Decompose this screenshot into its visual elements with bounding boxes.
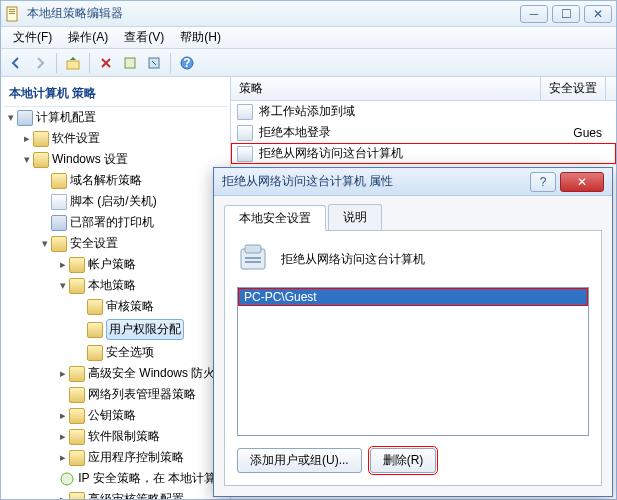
up-button[interactable] — [62, 52, 84, 74]
user-item[interactable]: PC-PC\Guest — [238, 288, 588, 306]
users-listbox[interactable]: PC-PC\Guest — [237, 287, 589, 436]
tree-software-restriction[interactable]: ▸软件限制策略 — [3, 426, 228, 447]
tree-domain[interactable]: 域名解析策略 — [3, 170, 228, 191]
tree-app-control[interactable]: ▸应用程序控制策略 — [3, 447, 228, 468]
dialog-titlebar: 拒绝从网络访问这台计算机 属性 ? ✕ — [214, 168, 612, 196]
svg-rect-2 — [9, 11, 15, 12]
forward-button[interactable] — [29, 52, 51, 74]
tree-advanced-firewall[interactable]: ▸高级安全 Windows 防火墙 — [3, 363, 228, 384]
tree-software[interactable]: ▸软件设置 — [3, 128, 228, 149]
tree-network-list[interactable]: 网络列表管理器策略 — [3, 384, 228, 405]
tree-local-policies[interactable]: ▾本地策略 — [3, 275, 228, 296]
help-icon[interactable]: ? — [176, 52, 198, 74]
tree: ▾计算机配置 ▸软件设置 ▾Windows 设置 域名解析策略 脚本 (启动/关… — [3, 107, 228, 499]
tab-content: 拒绝从网络访问这台计算机 PC-PC\Guest 添加用户或组(U)... 删除… — [224, 230, 602, 486]
tree-ipsec[interactable]: IP 安全策略，在 本地计算机 — [3, 468, 228, 489]
dialog-close-button[interactable]: ✕ — [560, 172, 604, 192]
tree-security-options[interactable]: 安全选项 — [3, 342, 228, 363]
policy-icon — [237, 243, 269, 275]
list-header: 策略 安全设置 — [231, 77, 616, 101]
dialog-help-button[interactable]: ? — [530, 172, 556, 192]
svg-rect-5 — [125, 58, 135, 68]
add-user-button[interactable]: 添加用户或组(U)... — [237, 448, 362, 473]
app-icon — [5, 6, 21, 22]
tree-audit[interactable]: 审核策略 — [3, 296, 228, 317]
menubar: 文件(F) 操作(A) 查看(V) 帮助(H) — [1, 27, 616, 49]
tree-security[interactable]: ▾安全设置 — [3, 233, 228, 254]
sidebar: 本地计算机 策略 ▾计算机配置 ▸软件设置 ▾Windows 设置 域名解析策略… — [1, 77, 231, 499]
col-security-setting[interactable]: 安全设置 — [541, 77, 606, 100]
svg-rect-14 — [245, 245, 261, 253]
tree-scripts[interactable]: 脚本 (启动/关机) — [3, 191, 228, 212]
tree-windows-settings[interactable]: ▾Windows 设置 — [3, 149, 228, 170]
policy-name: 拒绝从网络访问这台计算机 — [281, 251, 425, 268]
menu-file[interactable]: 文件(F) — [5, 27, 60, 48]
tree-computer-config[interactable]: ▾计算机配置 — [3, 107, 228, 128]
col-policy[interactable]: 策略 — [231, 77, 541, 100]
svg-rect-15 — [245, 257, 261, 259]
tab-explain[interactable]: 说明 — [328, 204, 382, 230]
toolbar: ? — [1, 49, 616, 77]
svg-text:?: ? — [183, 56, 190, 70]
back-button[interactable] — [5, 52, 27, 74]
tree-advanced-audit[interactable]: ▸高级审核策略配置 — [3, 489, 228, 499]
remove-button[interactable]: 删除(R) — [370, 448, 437, 473]
tab-local-security[interactable]: 本地安全设置 — [224, 205, 326, 231]
sidebar-header: 本地计算机 策略 — [3, 81, 228, 107]
properties-dialog: 拒绝从网络访问这台计算机 属性 ? ✕ 本地安全设置 说明 拒绝从网络访问这台计… — [213, 167, 613, 497]
close-button[interactable]: ✕ — [584, 5, 612, 23]
svg-rect-16 — [245, 261, 261, 263]
menu-action[interactable]: 操作(A) — [60, 27, 116, 48]
svg-rect-1 — [9, 9, 15, 10]
svg-rect-4 — [67, 61, 79, 69]
tree-printers[interactable]: 已部署的打印机 — [3, 212, 228, 233]
window-title: 本地组策略编辑器 — [27, 5, 520, 22]
maximize-button[interactable]: ☐ — [552, 5, 580, 23]
list-item[interactable]: 拒绝从网络访问这台计算机 — [231, 143, 616, 164]
minimize-button[interactable]: ─ — [520, 5, 548, 23]
properties-icon[interactable] — [119, 52, 141, 74]
list-item[interactable]: 拒绝本地登录Gues — [231, 122, 616, 143]
titlebar: 本地组策略编辑器 ─ ☐ ✕ — [1, 1, 616, 27]
menu-view[interactable]: 查看(V) — [116, 27, 172, 48]
dialog-title: 拒绝从网络访问这台计算机 属性 — [222, 173, 530, 190]
svg-point-9 — [61, 473, 73, 485]
export-icon[interactable] — [143, 52, 165, 74]
tree-account[interactable]: ▸帐户策略 — [3, 254, 228, 275]
delete-icon[interactable] — [95, 52, 117, 74]
list-item[interactable]: 将工作站添加到域 — [231, 101, 616, 122]
menu-help[interactable]: 帮助(H) — [172, 27, 229, 48]
tree-user-rights[interactable]: 用户权限分配 — [3, 317, 228, 342]
tree-public-key[interactable]: ▸公钥策略 — [3, 405, 228, 426]
dialog-tabs: 本地安全设置 说明 — [224, 204, 602, 230]
svg-rect-3 — [9, 13, 15, 14]
